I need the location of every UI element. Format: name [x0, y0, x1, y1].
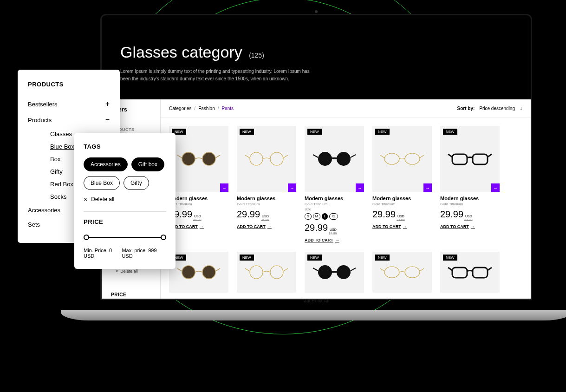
page-title: Glasses category [120, 43, 242, 61]
price-min-label: Min. Price: 0 USD [84, 248, 122, 259]
product-image: NEW [372, 252, 432, 293]
svg-point-9 [337, 152, 351, 166]
breadcrumb-item-active[interactable]: Pants [222, 106, 234, 111]
product-image: NEW → [305, 126, 364, 192]
breadcrumb-item[interactable]: Categories [169, 106, 191, 111]
svg-point-35 [405, 267, 420, 278]
new-badge: NEW [240, 129, 254, 135]
svg-line-36 [380, 268, 384, 271]
svg-point-22 [202, 266, 215, 279]
new-badge: NEW [375, 129, 390, 135]
svg-line-12 [351, 155, 356, 157]
product-card[interactable]: NEW [169, 252, 228, 293]
product-card[interactable]: NEW [305, 252, 364, 293]
svg-point-4 [250, 152, 263, 165]
product-title: Modern glasses [440, 196, 500, 201]
size-l[interactable]: L [322, 213, 328, 220]
filters-delete-all[interactable]: Delete all [116, 269, 138, 274]
size-s[interactable]: S [305, 213, 312, 220]
slider-handle-max[interactable] [161, 235, 166, 240]
product-price: 29.99 [305, 222, 328, 233]
product-price: 29.99 [372, 209, 396, 220]
category-products[interactable]: Products − [28, 112, 110, 128]
slider-handle-min[interactable] [84, 235, 89, 240]
product-compare-price: 34.99 [464, 218, 473, 222]
new-badge: NEW [307, 129, 322, 135]
svg-line-28 [283, 268, 288, 271]
product-currency: USD [194, 215, 202, 218]
new-badge: NEW [240, 255, 254, 261]
svg-point-30 [337, 265, 351, 279]
svg-line-41 [488, 268, 492, 270]
svg-rect-18 [473, 154, 488, 164]
arrow-right-icon[interactable]: → [220, 183, 228, 192]
svg-line-23 [177, 268, 182, 271]
new-badge: NEW [375, 255, 390, 261]
breadcrumb-separator: / [194, 106, 195, 111]
arrow-right-icon[interactable]: → [423, 183, 432, 192]
tag-gift-box[interactable]: Gift box [131, 157, 164, 171]
product-card[interactable]: NEW → Modern glasses Gold Titanium 29.99… [372, 126, 432, 243]
tag-blue-box[interactable]: Blue Box [84, 176, 120, 190]
category-label: Sets [28, 221, 40, 228]
product-image: NEW → [169, 126, 228, 192]
product-image: NEW → [372, 126, 432, 192]
size-m[interactable]: M [313, 213, 320, 220]
camera-dot [315, 10, 318, 13]
svg-line-16 [420, 155, 424, 158]
arrow-right-icon[interactable]: → [356, 183, 364, 192]
category-label: Bestsellers [28, 101, 58, 108]
add-to-cart-button[interactable]: ADD TO CART [372, 224, 407, 229]
product-price: 29.99 [440, 209, 463, 220]
product-card[interactable]: NEW → Modern glasses Gold Titanium 29.99… [169, 126, 228, 243]
tag-gifty[interactable]: Gifty [124, 176, 149, 190]
laptop-label: MacBook Air [61, 298, 566, 303]
delete-all-tags[interactable]: Delete all [84, 196, 166, 203]
product-currency: USD [397, 215, 405, 218]
divider [84, 211, 166, 212]
product-size-label: size [305, 207, 364, 211]
svg-rect-39 [473, 268, 488, 278]
svg-line-11 [313, 155, 318, 157]
product-title: Modern glasses [305, 196, 364, 201]
laptop-base: MacBook Air [61, 310, 566, 320]
product-subtitle: Gold Titanium [237, 202, 296, 206]
new-badge: NEW [443, 255, 457, 261]
product-card[interactable]: NEW → Modern glasses Gold Titanium 29.99… [237, 126, 296, 243]
arrow-right-icon[interactable]: → [491, 183, 500, 192]
svg-line-7 [283, 155, 288, 158]
product-image: NEW [169, 252, 228, 293]
products-heading: PRODUCTS [28, 81, 110, 88]
add-to-cart-button[interactable]: ADD TO CART [305, 238, 339, 242]
product-title: Modern glasses [372, 196, 432, 201]
svg-line-6 [245, 155, 250, 158]
size-xl[interactable]: XL [329, 213, 338, 220]
product-card[interactable]: NEW [372, 252, 432, 293]
price-max-label: Max. price: 999 USD [122, 248, 166, 259]
product-card[interactable]: NEW [440, 252, 500, 293]
product-compare-price: 34.99 [193, 218, 202, 222]
add-to-cart-button[interactable]: ADD TO CART [440, 224, 475, 229]
product-card[interactable]: NEW → Modern glasses Gold Titanium 29.99… [440, 126, 500, 243]
price-slider[interactable] [84, 234, 166, 241]
breadcrumb-item[interactable]: Fashion [198, 106, 215, 111]
svg-line-24 [215, 268, 220, 271]
tag-accessories[interactable]: Accessories [84, 157, 128, 171]
svg-point-1 [202, 152, 215, 165]
product-title: Modern glasses [169, 196, 228, 201]
page-title-count: (125) [249, 52, 264, 59]
category-bestsellers[interactable]: Bestsellers + [28, 96, 110, 112]
product-card[interactable]: NEW → Modern glasses Gold Titanium size … [305, 126, 364, 243]
svg-rect-38 [452, 268, 467, 278]
arrow-right-icon[interactable]: → [288, 183, 296, 192]
new-badge: NEW [307, 255, 322, 261]
product-card[interactable]: NEW [237, 252, 296, 293]
add-to-cart-button[interactable]: ADD TO CART [237, 224, 272, 229]
sort-label: Sort by: [457, 106, 475, 111]
tags-heading: TAGS [84, 143, 166, 150]
sort-control[interactable]: Sort by: Price descending ↓ [457, 105, 523, 111]
svg-line-19 [448, 154, 452, 157]
sort-value: Price descending [479, 106, 515, 111]
svg-line-40 [448, 268, 452, 270]
product-title: Modern glasses [237, 196, 296, 201]
